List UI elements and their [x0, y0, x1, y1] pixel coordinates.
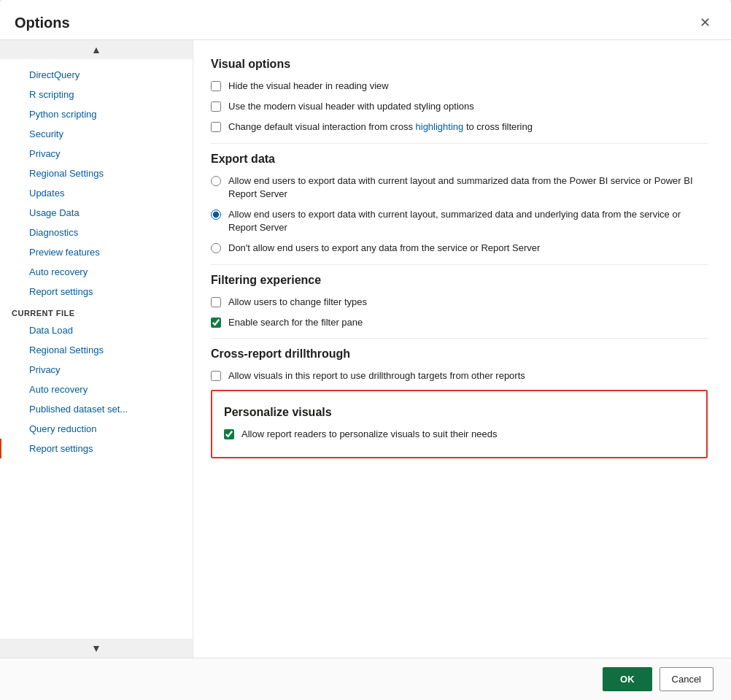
sidebar-item-regional-settings-file[interactable]: Regional Settings: [0, 340, 193, 360]
section-cross-report-drillthrough: Cross-report drillthrough Allow visuals …: [211, 347, 708, 382]
change-filter-types-checkbox[interactable]: [211, 297, 221, 307]
sidebar-item-privacy-file[interactable]: Privacy: [0, 360, 193, 380]
export-all-data-label[interactable]: Allow end users to export data with curr…: [228, 208, 708, 234]
sidebar-item-preview-features[interactable]: Preview features: [0, 242, 193, 262]
sidebar-scroll-down[interactable]: ▼: [0, 639, 193, 658]
filtering-experience-title: Filtering experience: [211, 274, 708, 287]
sidebar-item-auto-recovery-global[interactable]: Auto recovery: [0, 262, 193, 282]
export-none-label[interactable]: Don't allow end users to export any data…: [228, 242, 540, 255]
sidebar-scroll-area: DirectQuery R scripting Python scripting…: [0, 59, 193, 639]
personalize-visuals-box: Personalize visuals Allow report readers…: [211, 390, 708, 458]
visual-options-title: Visual options: [211, 58, 708, 71]
option-change-interaction: Change default visual interaction from c…: [211, 120, 708, 134]
content-area: Visual options Hide the visual header in…: [193, 40, 731, 658]
section-visual-options: Visual options Hide the visual header in…: [211, 58, 708, 134]
sidebar-item-usage-data[interactable]: Usage Data: [0, 203, 193, 223]
change-filter-types-label[interactable]: Allow users to change filter types: [228, 296, 367, 309]
sidebar-item-report-settings-file[interactable]: Report settings: [0, 439, 193, 458]
option-change-filter-types: Allow users to change filter types: [211, 296, 708, 309]
section-export-data: Export data Allow end users to export da…: [211, 153, 708, 255]
sidebar-item-published-dataset[interactable]: Published dataset set...: [0, 399, 193, 419]
current-file-header: CURRENT FILE: [0, 301, 193, 320]
sidebar: ▲ DirectQuery R scripting Python scripti…: [0, 40, 193, 658]
enable-search-filter-label[interactable]: Enable search for the filter pane: [228, 316, 363, 329]
export-all-data-radio[interactable]: [211, 209, 221, 220]
sidebar-item-python-scripting[interactable]: Python scripting: [0, 104, 193, 124]
title-bar: Options ✕: [0, 0, 731, 39]
export-data-title: Export data: [211, 153, 708, 166]
enable-search-filter-checkbox[interactable]: [211, 318, 221, 328]
sidebar-item-query-reduction[interactable]: Query reduction: [0, 419, 193, 439]
sidebar-item-updates[interactable]: Updates: [0, 183, 193, 203]
export-current-layout-radio[interactable]: [211, 176, 221, 186]
section-filtering-experience: Filtering experience Allow users to chan…: [211, 274, 708, 329]
option-enable-search-filter: Enable search for the filter pane: [211, 316, 708, 329]
sidebar-item-directquery[interactable]: DirectQuery: [0, 65, 193, 85]
hide-visual-header-checkbox[interactable]: [211, 81, 221, 91]
sidebar-item-diagnostics[interactable]: Diagnostics: [0, 223, 193, 242]
export-current-layout-label[interactable]: Allow end users to export data with curr…: [228, 174, 708, 201]
allow-drillthrough-label[interactable]: Allow visuals in this report to use dril…: [228, 369, 525, 382]
dialog-title: Options: [15, 15, 70, 31]
divider-1: [211, 143, 708, 144]
content-scroll: Visual options Hide the visual header in…: [193, 40, 731, 658]
highlighting-link: highlighting: [416, 121, 464, 132]
personalize-visuals-checkbox[interactable]: [224, 429, 234, 439]
sidebar-item-auto-recovery-file[interactable]: Auto recovery: [0, 380, 193, 399]
change-interaction-checkbox[interactable]: [211, 122, 221, 132]
ok-button[interactable]: OK: [603, 667, 652, 691]
allow-drillthrough-checkbox[interactable]: [211, 371, 221, 381]
sidebar-item-security[interactable]: Security: [0, 124, 193, 144]
personalize-visuals-title: Personalize visuals: [224, 406, 695, 419]
sidebar-item-report-settings-global[interactable]: Report settings: [0, 282, 193, 301]
cross-report-title: Cross-report drillthrough: [211, 347, 708, 361]
sidebar-item-privacy[interactable]: Privacy: [0, 144, 193, 164]
modern-visual-header-checkbox[interactable]: [211, 101, 221, 112]
divider-3: [211, 338, 708, 339]
option-allow-drillthrough: Allow visuals in this report to use dril…: [211, 369, 708, 382]
option-export-current-layout: Allow end users to export data with curr…: [211, 174, 708, 201]
sidebar-item-regional-settings[interactable]: Regional Settings: [0, 164, 193, 183]
sidebar-item-data-load[interactable]: Data Load: [0, 320, 193, 340]
personalize-visuals-label[interactable]: Allow report readers to personalize visu…: [241, 428, 497, 441]
export-none-radio[interactable]: [211, 243, 221, 253]
hide-visual-header-label[interactable]: Hide the visual header in reading view: [228, 80, 389, 93]
option-personalize-visuals: Allow report readers to personalize visu…: [224, 428, 695, 441]
option-export-all-data: Allow end users to export data with curr…: [211, 208, 708, 234]
options-dialog: Options ✕ ▲ DirectQuery R scripting Pyth…: [0, 0, 731, 700]
footer: OK Cancel: [0, 658, 731, 700]
option-export-none: Don't allow end users to export any data…: [211, 242, 708, 255]
option-hide-visual-header: Hide the visual header in reading view: [211, 80, 708, 93]
modern-visual-header-label[interactable]: Use the modern visual header with update…: [228, 100, 474, 113]
sidebar-scroll-up[interactable]: ▲: [0, 40, 193, 59]
option-modern-visual-header: Use the modern visual header with update…: [211, 100, 708, 113]
change-interaction-label[interactable]: Change default visual interaction from c…: [228, 120, 533, 134]
sidebar-item-r-scripting[interactable]: R scripting: [0, 85, 193, 104]
divider-2: [211, 264, 708, 265]
close-button[interactable]: ✕: [694, 12, 716, 34]
cancel-button[interactable]: Cancel: [660, 667, 713, 691]
dialog-body: ▲ DirectQuery R scripting Python scripti…: [0, 39, 731, 658]
